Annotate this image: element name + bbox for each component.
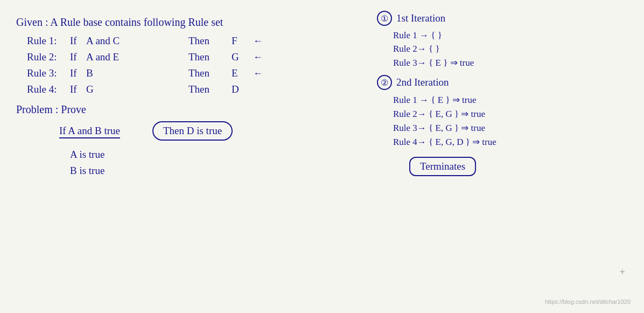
iter-rule: Rule 2→ { } xyxy=(393,44,622,54)
rule-4-if: If xyxy=(70,84,86,95)
iter-rule: Rule 1 → { E } ⇒ true xyxy=(393,94,622,106)
iteration-1-title: ① 1st Iteration xyxy=(377,11,622,26)
iteration-1-rules: Rule 1 → { } Rule 2→ { } Rule 3→ { E } ⇒… xyxy=(393,30,622,68)
rule-4-result: D xyxy=(232,84,253,95)
rule-2-then: Then xyxy=(188,51,232,63)
rule-row: Rule 3: If B Then E ← xyxy=(27,67,361,79)
iter-rule: Rule 4→ { E, G, D } ⇒ true xyxy=(393,136,622,148)
plus-icon: + xyxy=(620,267,625,278)
iteration-2-circle: ② xyxy=(377,75,392,90)
problem-title: Problem : Prove xyxy=(16,103,361,116)
iteration-1-circle: ① xyxy=(377,11,392,26)
rule-1-result: F xyxy=(232,35,253,47)
rule-1-then: Then xyxy=(188,35,232,47)
rule-2-condition: A and E xyxy=(86,51,156,63)
rule-4-label: Rule 4: xyxy=(27,84,70,95)
rule-1-arrow: ← xyxy=(253,36,263,47)
watermark: https://blog.csdn.net/ditchar1020 xyxy=(545,298,631,305)
iteration-2-label: 2nd Iteration xyxy=(396,76,449,88)
rule-row: Rule 4: If G Then D xyxy=(27,84,361,95)
rule-3-result: E xyxy=(232,67,253,79)
rule-1-if: If xyxy=(70,35,86,47)
rule-3-then: Then xyxy=(188,67,232,79)
sub-item-a: A is true xyxy=(70,149,361,161)
rule-1-label: Rule 1: xyxy=(27,35,70,47)
iteration-2-rules: Rule 1 → { E } ⇒ true Rule 2→ { E, G } ⇒… xyxy=(393,94,622,148)
then-part-boxed: Then D is true xyxy=(152,121,233,141)
problem-statement: If A and B true Then D is true xyxy=(59,121,361,141)
rule-2-result: G xyxy=(232,51,253,63)
iter-rule: Rule 3→ { E, G } ⇒ true xyxy=(393,122,622,134)
rule-3-condition: B xyxy=(86,67,156,79)
if-underline xyxy=(59,137,120,138)
iteration-2-title: ② 2nd Iteration xyxy=(377,75,622,90)
rule-row: Rule 2: If A and E Then G ← xyxy=(27,51,361,63)
rule-3-if: If xyxy=(70,67,86,79)
rule-3-label: Rule 3: xyxy=(27,67,70,79)
rule-1-condition: A and C xyxy=(86,35,156,47)
rule-2-arrow: ← xyxy=(253,52,263,63)
rules-table: Rule 1: If A and C Then F ← Rule 2: If A… xyxy=(27,35,361,95)
rule-4-then: Then xyxy=(188,84,232,95)
problem-section: Problem : Prove If A and B true Then D i… xyxy=(16,103,361,177)
if-part: If A and B true xyxy=(59,125,120,137)
iter-rule: Rule 1 → { } xyxy=(393,30,622,41)
given-title: Given : A Rule base contains following R… xyxy=(16,16,361,29)
iter-rule: Rule 2→ { E, G } ⇒ true xyxy=(393,108,622,120)
rule-2-label: Rule 2: xyxy=(27,51,70,63)
sub-items: A is true B is true xyxy=(70,149,361,177)
iteration-1-label: 1st Iteration xyxy=(396,12,445,24)
rule-4-condition: G xyxy=(86,84,156,95)
sub-item-b: B is true xyxy=(70,165,361,177)
iter-rule: Rule 3→ { E } ⇒ true xyxy=(393,57,622,68)
rule-3-arrow: ← xyxy=(253,68,263,79)
rule-row: Rule 1: If A and C Then F ← xyxy=(27,35,361,47)
if-text: If A and B true xyxy=(59,125,120,136)
terminate-box: Terminates xyxy=(409,157,476,176)
rule-2-if: If xyxy=(70,51,86,63)
